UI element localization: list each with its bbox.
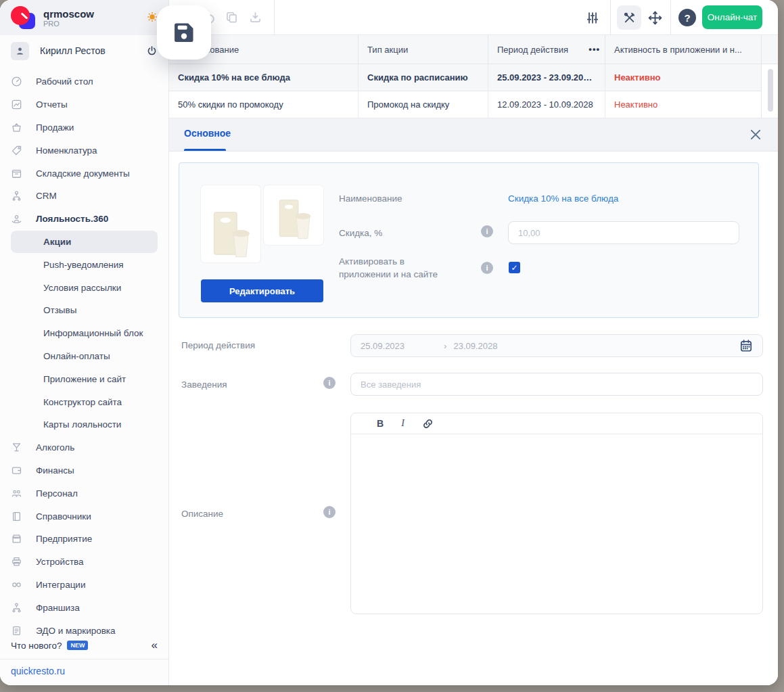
sidebar-item-label: Отчеты — [36, 99, 68, 110]
italic-icon[interactable]: I — [401, 418, 405, 429]
download-icon[interactable] — [249, 11, 262, 24]
quickresto-site-link[interactable]: quickresto.ru — [11, 666, 65, 676]
crm-icon — [11, 190, 22, 202]
close-icon[interactable] — [748, 127, 763, 142]
user-row: Кирилл Рестов — [0, 35, 168, 66]
sidebar-item-карты-лояльности[interactable]: Карты лояльности — [0, 413, 168, 436]
period-field[interactable]: 25.09.2023 › 23.09.2028 — [350, 334, 763, 357]
sidebar-item-информационный-блок[interactable]: Информационный блок — [0, 322, 168, 345]
person-icon — [15, 46, 25, 56]
online-chat-button[interactable]: Онлайн-чат — [702, 5, 762, 29]
cell-name: 50% скидки по промокоду — [169, 91, 359, 118]
sidebar-item-label: Предприятие — [36, 534, 92, 544]
sidebar-item-онлайн-оплаты[interactable]: Онлайн-оплаты — [0, 345, 168, 368]
warehouse-icon — [11, 168, 22, 179]
sidebar-item-franchise[interactable]: Франшиза — [0, 596, 168, 619]
tab-main[interactable]: Основное — [184, 128, 231, 139]
table-row[interactable]: 50% скидки по промокодуПромокод на скидк… — [169, 91, 761, 118]
sidebar-item-sales[interactable]: Продажи — [0, 116, 168, 139]
theme-sun-icon[interactable] — [147, 11, 158, 22]
sidebar-item-directories[interactable]: Справочники — [0, 505, 168, 528]
sidebar-item-dashboard[interactable]: Рабочий стол — [0, 70, 168, 93]
column-header-activity[interactable]: Активность в приложении и н... — [605, 35, 761, 64]
bold-icon[interactable]: B — [377, 418, 384, 429]
activate-info-icon[interactable]: i — [481, 262, 493, 274]
sidebar-item-crm[interactable]: CRM — [0, 185, 168, 208]
sidebar-item-push-уведомления[interactable]: Push-уведомления — [0, 253, 168, 276]
sidebar-item-label: Отзывы — [43, 305, 76, 315]
edit-button[interactable]: Редактировать — [201, 279, 323, 302]
period-label: Период действия — [181, 340, 255, 350]
sidebar-item-enterprise[interactable]: Предприятие — [0, 528, 168, 551]
sidebar-item-label: Онлайн-оплаты — [43, 351, 110, 361]
sidebar-item-label: Лояльность.360 — [36, 214, 108, 224]
integrations-icon — [11, 579, 22, 591]
sidebar-item-label: Финансы — [36, 465, 74, 476]
sidebar-item-label: Персонал — [36, 488, 78, 499]
sidebar-item-integrations[interactable]: Интеграции — [0, 574, 168, 597]
move-mode-button[interactable] — [643, 5, 667, 30]
top-toolbar: ? Онлайн-чат — [169, 0, 778, 35]
sidebar-item-devices[interactable]: Устройства — [0, 551, 168, 574]
collapse-sidebar-icon[interactable]: « — [152, 639, 158, 652]
cell-type: Скидка по расписанию — [359, 64, 488, 91]
period-separator-icon: › — [444, 341, 446, 351]
bag-cup-image — [205, 198, 256, 262]
sidebar-item-label: Справочники — [36, 511, 91, 522]
sidebar-item-отзывы[interactable]: Отзывы — [0, 299, 168, 322]
venues-input[interactable]: Все заведения — [350, 373, 763, 396]
sidebar-item-label: Приложение и сайт — [43, 374, 126, 384]
tools-mode-button[interactable] — [617, 5, 641, 30]
sidebar-item-условия-рассылки[interactable]: Условия рассылки — [0, 276, 168, 299]
directories-icon — [11, 511, 22, 522]
table-row[interactable]: Скидка 10% на все блюдаСкидка по расписа… — [169, 64, 761, 91]
sidebar-item-reports[interactable]: Отчеты — [0, 93, 168, 116]
table-scrollbar[interactable] — [768, 69, 773, 112]
sidebar-item-warehouse[interactable]: Складские документы — [0, 162, 168, 185]
cell-status: Неактивно — [605, 91, 761, 118]
description-info-icon[interactable]: i — [323, 506, 336, 518]
column-settings-icon[interactable] — [586, 11, 599, 24]
sidebar-item-акции[interactable]: Акции — [11, 231, 158, 254]
cell-period: 25.09.2023 - 23.09.20… — [488, 64, 605, 91]
copy-icon[interactable] — [225, 11, 239, 24]
discount-info-icon[interactable]: i — [481, 225, 493, 237]
sidebar-item-label: Интеграции — [36, 580, 85, 590]
loyalty-icon — [11, 213, 22, 225]
description-label: Описание — [181, 509, 223, 519]
calendar-icon[interactable] — [739, 339, 753, 352]
insert-link-icon[interactable] — [422, 418, 434, 430]
venues-info-icon[interactable]: i — [323, 377, 336, 389]
column-header-period[interactable]: Период действия — [488, 35, 605, 64]
sidebar-item-label: Устройства — [36, 557, 84, 567]
period-to[interactable]: 23.09.2028 — [453, 341, 497, 351]
editor-body[interactable] — [351, 434, 762, 614]
discount-input[interactable]: 10,00 — [508, 221, 739, 244]
save-button[interactable] — [157, 5, 211, 60]
column-options-icon[interactable]: ••• — [589, 44, 600, 54]
sidebar-item-staff[interactable]: Персонал — [0, 482, 168, 505]
sidebar-footer: Что нового? NEW « quickresto.ru — [0, 635, 168, 685]
sidebar-item-finance[interactable]: Финансы — [0, 459, 168, 482]
name-label: Наименование — [339, 193, 402, 204]
sidebar-item-loyalty[interactable]: Лояльность.360 — [0, 208, 168, 231]
discount-label: Скидка, % — [339, 228, 382, 238]
column-header-type[interactable]: Тип акции — [359, 35, 488, 64]
description-editor[interactable]: B I — [350, 413, 763, 614]
sidebar-item-alcohol[interactable]: Алкоголь — [0, 436, 168, 459]
sidebar-item-приложение-и-сайт[interactable]: Приложение и сайт — [0, 367, 168, 390]
enterprise-icon — [11, 533, 22, 545]
activate-checkbox[interactable]: ✓ — [509, 262, 520, 273]
promo-image-2[interactable] — [264, 185, 323, 245]
quickresto-logo — [9, 6, 37, 29]
promotions-table-header: Наименование Тип акции Период действия А… — [169, 35, 778, 64]
promotion-name-link[interactable]: Скидка 10% на все блюда — [508, 193, 618, 204]
help-button[interactable]: ? — [678, 9, 696, 26]
promo-image-1[interactable] — [201, 185, 260, 262]
whats-new-link[interactable]: Что нового? — [11, 641, 62, 651]
sidebar-item-конструктор-сайта[interactable]: Конструктор сайта — [0, 390, 168, 413]
cell-status: Неактивно — [605, 64, 761, 91]
period-from[interactable]: 25.09.2023 — [361, 341, 405, 351]
sidebar-item-nomenclature[interactable]: Номенклатура — [0, 139, 168, 162]
logout-power-icon[interactable] — [146, 45, 158, 57]
